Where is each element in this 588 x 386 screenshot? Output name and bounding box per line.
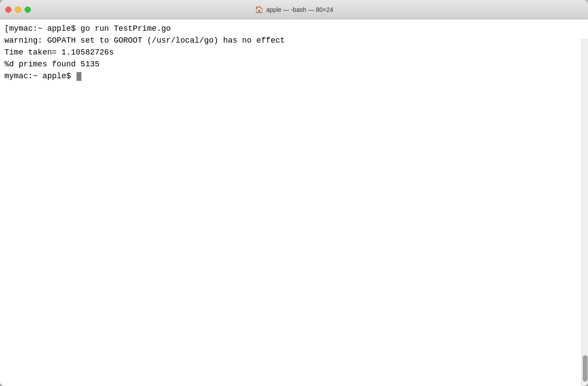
minimize-button[interactable] bbox=[15, 7, 21, 13]
titlebar: 🏠 apple — -bash — 80×24 bbox=[0, 0, 588, 19]
terminal-line-3: Time taken= 1.10582726s bbox=[4, 47, 584, 58]
traffic-lights bbox=[5, 7, 31, 13]
window-title: 🏠 apple — -bash — 80×24 bbox=[255, 5, 333, 14]
terminal-line-2: warning: GOPATH set to GOROOT (/usr/loca… bbox=[4, 35, 584, 47]
title-text: apple — -bash — 80×24 bbox=[266, 6, 333, 13]
terminal-cursor bbox=[77, 72, 81, 81]
terminal-line-5: mymac:~ apple$ bbox=[4, 70, 584, 82]
terminal-line-1: [mymac:~ apple$ go run TestPrime.go bbox=[4, 23, 584, 35]
scrollbar-thumb[interactable] bbox=[583, 355, 588, 382]
terminal-body[interactable]: [mymac:~ apple$ go run TestPrime.go warn… bbox=[0, 19, 588, 386]
terminal-window: 🏠 apple — -bash — 80×24 [mymac:~ apple$ … bbox=[0, 0, 588, 386]
home-icon: 🏠 bbox=[255, 5, 264, 14]
terminal-line-4: %d primes found 5135 bbox=[4, 58, 584, 70]
close-button[interactable] bbox=[5, 7, 11, 13]
scrollbar[interactable] bbox=[581, 39, 588, 386]
maximize-button[interactable] bbox=[25, 7, 31, 13]
